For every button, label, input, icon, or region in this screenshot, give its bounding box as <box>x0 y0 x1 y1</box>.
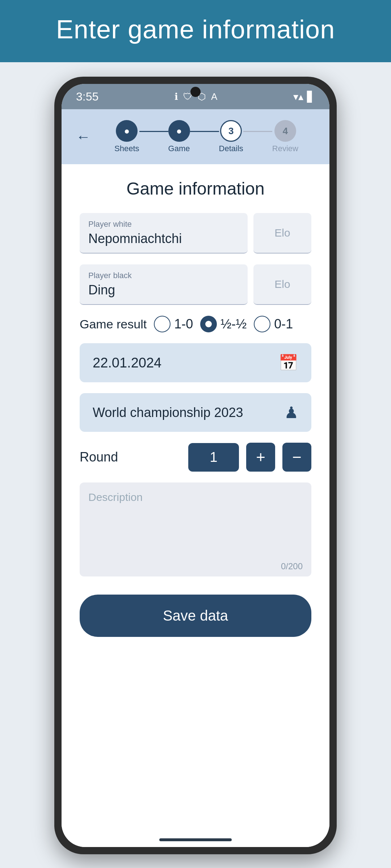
player-black-label: Player black <box>88 271 239 280</box>
home-bar <box>159 838 232 841</box>
save-button[interactable]: Save data <box>80 595 311 637</box>
result-option-0-1[interactable]: 0-1 <box>254 316 293 332</box>
connector-3 <box>243 131 272 132</box>
player-black-value: Ding <box>88 282 115 297</box>
step-circle-sheets: ● <box>116 120 138 142</box>
round-row: Round 1 + − <box>80 443 311 472</box>
wifi-icon: ▾▴ <box>293 91 303 103</box>
step-details[interactable]: 3 Details <box>219 120 243 153</box>
round-input[interactable]: 1 <box>188 443 239 472</box>
date-value: 22.01.2024 <box>93 355 161 371</box>
step-circle-game: ● <box>168 120 190 142</box>
radio-half <box>200 316 217 332</box>
player-white-field[interactable]: Player white Nepomniachtchi <box>80 213 248 254</box>
step-circle-review: 4 <box>274 120 296 142</box>
player-white-row: Player white Nepomniachtchi Elo <box>80 213 311 254</box>
top-banner: Enter game information <box>0 0 391 62</box>
save-button-label: Save data <box>163 608 228 624</box>
result-text-half: ½-½ <box>220 316 247 332</box>
phone-screen: 3:55 ℹ 🛡 ⬡ A ▾▴ ▋ ← ● Sheets <box>62 84 329 847</box>
radio-0-1 <box>254 316 270 332</box>
player-black-field[interactable]: Player black Ding <box>80 264 248 305</box>
status-time: 3:55 <box>76 90 98 103</box>
stepper-steps: ● Sheets ● Game 3 Details <box>98 120 315 153</box>
step-label-review: Review <box>272 144 298 153</box>
banner-title: Enter game information <box>56 15 335 44</box>
result-option-half[interactable]: ½-½ <box>200 316 247 332</box>
player-black-elo-placeholder: Elo <box>274 278 290 290</box>
step-game[interactable]: ● Game <box>168 120 190 153</box>
status-right-icons: ▾▴ ▋ <box>293 91 315 103</box>
radio-1-0 <box>154 316 171 332</box>
round-value: 1 <box>210 450 217 465</box>
phone-device: 3:55 ℹ 🛡 ⬡ A ▾▴ ▋ ← ● Sheets <box>54 77 337 854</box>
description-field[interactable]: Description 0/200 <box>80 482 311 576</box>
step-label-game: Game <box>168 144 190 153</box>
chess-icon: ♟ <box>284 403 298 422</box>
form-title: Game information <box>80 179 311 199</box>
result-text-1-0: 1-0 <box>174 316 193 332</box>
step-label-details: Details <box>219 144 243 153</box>
signal-icon: ▋ <box>307 91 315 103</box>
player-white-elo-placeholder: Elo <box>274 227 290 239</box>
description-placeholder: Description <box>88 491 143 503</box>
main-content: Game information Player white Nepomniach… <box>62 164 329 833</box>
result-text-0-1: 0-1 <box>274 316 293 332</box>
step-review[interactable]: 4 Review <box>272 120 298 153</box>
a-icon: A <box>211 91 217 102</box>
round-decrement-button[interactable]: − <box>282 443 311 472</box>
round-increment-button[interactable]: + <box>246 443 275 472</box>
connector-1 <box>139 131 168 132</box>
stepper-bar: ← ● Sheets ● Game 3 Details <box>62 109 329 164</box>
info-icon: ℹ <box>175 91 178 102</box>
tournament-value: World championship 2023 <box>93 405 243 420</box>
game-result-row: Game result 1-0 ½-½ 0-1 <box>80 316 311 332</box>
step-label-sheets: Sheets <box>114 144 139 153</box>
player-white-label: Player white <box>88 220 239 229</box>
connector-2 <box>190 131 219 132</box>
player-white-elo-field[interactable]: Elo <box>253 213 311 254</box>
description-counter: 0/200 <box>281 561 303 571</box>
result-option-1-0[interactable]: 1-0 <box>154 316 193 332</box>
step-sheets[interactable]: ● Sheets <box>114 120 139 153</box>
back-button[interactable]: ← <box>76 129 91 145</box>
player-black-row: Player black Ding Elo <box>80 264 311 305</box>
player-white-value: Nepomniachtchi <box>88 231 182 246</box>
camera-notch <box>190 87 201 97</box>
calendar-icon: 📅 <box>278 353 298 372</box>
game-result-label: Game result <box>80 317 147 331</box>
stepper-row: ← ● Sheets ● Game 3 Details <box>76 120 315 153</box>
player-black-elo-field[interactable]: Elo <box>253 264 311 305</box>
round-label: Round <box>80 450 181 465</box>
date-field[interactable]: 22.01.2024 📅 <box>80 343 311 382</box>
step-circle-details: 3 <box>220 120 242 142</box>
tournament-field[interactable]: World championship 2023 ♟ <box>80 393 311 432</box>
home-indicator <box>62 833 329 847</box>
